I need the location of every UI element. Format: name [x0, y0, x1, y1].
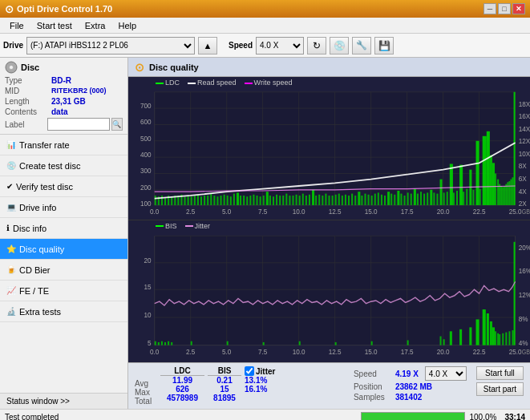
svg-rect-158 [502, 187, 504, 205]
close-button[interactable]: ✕ [512, 3, 525, 14]
nav-disc-quality[interactable]: ⭐ Disc quality [0, 239, 127, 260]
label-icon-button[interactable]: 🔍 [111, 118, 123, 131]
speed-select-toolbar[interactable]: 4.0 X [256, 37, 304, 55]
disc-mid-row: MID RITEKBR2 (000) [5, 87, 123, 95]
right-panel: ⊙ Disc quality LDC Read speed Write spee… [128, 58, 530, 409]
svg-rect-206 [161, 341, 163, 345]
svg-text:0.0: 0.0 [150, 347, 159, 356]
svg-text:25.0: 25.0 [509, 347, 522, 356]
save-button[interactable]: 💾 [374, 37, 394, 55]
svg-text:0.0: 0.0 [150, 207, 159, 216]
svg-point-1 [10, 66, 14, 70]
speed-dropdown[interactable]: 4.0 X [425, 366, 467, 381]
ldc-avg: 11.99 [172, 376, 192, 385]
svg-text:6X: 6X [519, 174, 527, 183]
jitter-checkbox[interactable] [245, 366, 254, 376]
svg-rect-98 [312, 190, 314, 205]
svg-rect-113 [361, 196, 362, 205]
svg-text:10X: 10X [519, 149, 530, 158]
svg-rect-144 [463, 192, 464, 205]
svg-rect-109 [348, 196, 350, 205]
nav-drive-info[interactable]: 💻 Drive info [0, 197, 127, 218]
svg-rect-74 [233, 194, 235, 205]
menu-help[interactable]: Help [111, 19, 143, 32]
svg-text:400: 400 [140, 151, 152, 160]
svg-rect-67 [210, 194, 212, 205]
refresh-button[interactable]: ↻ [307, 37, 326, 55]
bis-header: BIS [208, 366, 241, 376]
menu-extra[interactable]: Extra [79, 19, 112, 32]
svg-text:15.0: 15.0 [365, 207, 378, 216]
stats-columns: Avg Max Total LDC 11.99 626 4578989 BIS … [135, 366, 347, 406]
nav-cd-bier[interactable]: 🍺 CD Bier [0, 260, 127, 281]
stats-section: Avg Max Total LDC 11.99 626 4578989 BIS … [128, 362, 530, 409]
nav-transfer-rate[interactable]: 📊 Transfer rate [0, 135, 127, 155]
ldc-total: 4578989 [167, 394, 198, 402]
svg-rect-78 [246, 196, 248, 205]
svg-text:20: 20 [144, 256, 152, 265]
status-text: Test completed [5, 413, 356, 420]
chart1-legend: LDC Read speed Write speed [156, 79, 292, 87]
svg-text:2.5: 2.5 [186, 207, 195, 216]
svg-rect-85 [269, 196, 271, 205]
svg-rect-211 [227, 341, 229, 345]
svg-rect-156 [499, 184, 500, 205]
start-part-button[interactable]: Start part [476, 382, 524, 396]
samples-label: Samples [354, 393, 392, 402]
svg-rect-130 [417, 194, 419, 205]
maximize-button[interactable]: □ [498, 3, 511, 14]
svg-rect-223 [483, 309, 486, 345]
svg-rect-96 [305, 196, 307, 205]
label-input[interactable] [47, 118, 110, 131]
svg-rect-117 [374, 194, 376, 205]
samples-value: 381402 [395, 393, 422, 402]
svg-text:300: 300 [140, 167, 152, 176]
nav-fe-te[interactable]: 📈 FE / TE [0, 281, 127, 301]
svg-rect-137 [440, 180, 443, 205]
svg-rect-112 [358, 192, 360, 205]
chart1-svg: 100 200 300 400 500 600 700 2X 4X 6X 8X … [128, 79, 530, 218]
svg-rect-222 [476, 319, 479, 345]
disc-button[interactable]: 💿 [330, 37, 349, 55]
minimize-button[interactable]: ─ [483, 3, 496, 14]
svg-rect-59 [184, 196, 186, 205]
disc-section: Disc Type BD-R MID RITEKBR2 (000) Length… [0, 58, 127, 135]
menu-start-test[interactable]: Start test [30, 19, 79, 32]
toolbar: Drive (F:) ATAPI iHBS112 2 PL06 ▲ Speed … [0, 34, 530, 58]
settings-button[interactable]: 🔧 [352, 37, 371, 55]
svg-rect-231 [505, 332, 507, 345]
status-time: 33:14 [504, 413, 525, 420]
chart2-svg: 5 10 15 20 4% 8% 12% 16% 20% 0.0 2.5 5.0… [128, 222, 530, 361]
chart2-wrapper: BIS Jitter [128, 220, 530, 363]
svg-rect-139 [447, 192, 448, 205]
svg-rect-150 [483, 136, 487, 205]
speed-label: Speed [229, 41, 253, 50]
svg-rect-92 [292, 196, 293, 205]
drive-select[interactable]: (F:) ATAPI iHBS112 2 PL06 [26, 37, 195, 55]
nav-verify-test-disc[interactable]: ✔ Verify test disc [0, 176, 127, 197]
disc-icon [5, 61, 18, 74]
jitter-avg: 13.1% [245, 376, 267, 385]
svg-rect-70 [220, 196, 222, 205]
svg-rect-155 [497, 180, 499, 205]
eject-button[interactable]: ▲ [198, 37, 217, 55]
action-buttons: Start full Start part [476, 366, 524, 396]
nav-create-test-disc[interactable]: 💿 Create test disc [0, 155, 127, 176]
charts-area: LDC Read speed Write speed [128, 77, 530, 362]
nav-extra-tests[interactable]: 🔬 Extra tests [0, 301, 127, 322]
svg-rect-64 [200, 196, 202, 205]
svg-rect-110 [351, 194, 353, 205]
nav-disc-info[interactable]: ℹ Disc info [0, 218, 127, 239]
svg-text:10.0: 10.0 [293, 207, 305, 216]
main: Disc Type BD-R MID RITEKBR2 (000) Length… [0, 58, 530, 409]
status-window-button[interactable]: Status window >> [0, 393, 127, 409]
svg-rect-63 [197, 195, 199, 205]
label-row: Label 🔍 [5, 118, 123, 131]
start-full-button[interactable]: Start full [476, 366, 524, 380]
svg-rect-125 [400, 194, 402, 205]
menu-file[interactable]: File [3, 19, 30, 32]
svg-rect-95 [302, 194, 304, 205]
svg-text:600: 600 [140, 118, 152, 127]
svg-rect-149 [479, 189, 481, 205]
svg-text:5: 5 [148, 337, 152, 346]
